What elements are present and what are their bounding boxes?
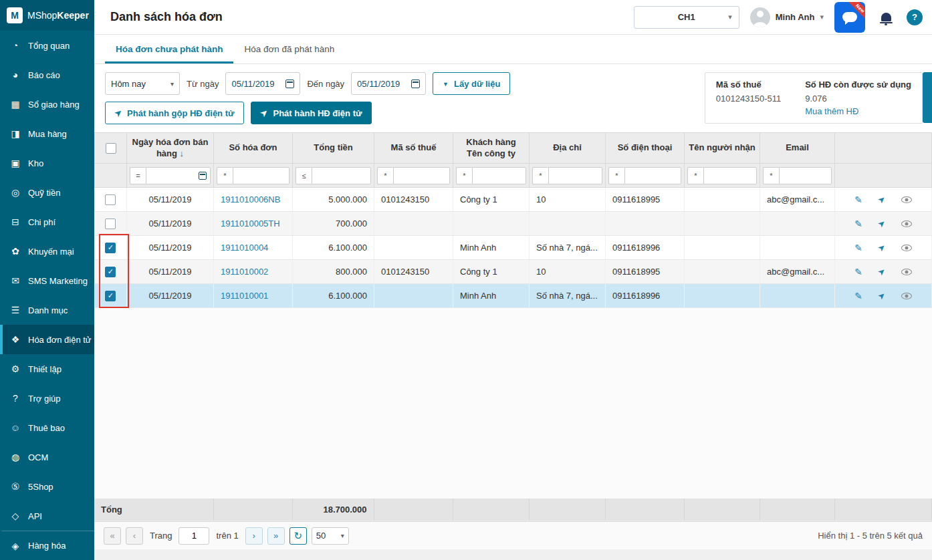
column-header-receiver[interactable]: Tên người nhận	[685, 133, 760, 164]
cell-email: abc@gmail.c...	[760, 188, 835, 212]
feedback-tab[interactable]	[923, 72, 932, 123]
notifications-button[interactable]	[876, 7, 896, 27]
einvoice-icon: ❖	[9, 334, 21, 345]
filter-input-invoice-no[interactable]	[237, 171, 285, 180]
column-header-address[interactable]: Địa chỉ	[530, 133, 606, 164]
totals-row: Tổng 18.700.000	[94, 499, 932, 522]
sidebar-item-tong-quan[interactable]: ◔Tổng quan	[0, 31, 94, 60]
sidebar-item-mua-hang[interactable]: ◨Mua hàng	[0, 119, 94, 148]
filter-operator-button[interactable]: *	[377, 167, 393, 184]
sidebar-item-bao-cao[interactable]: ◕Báo cáo	[0, 60, 94, 90]
sidebar-item-danh-muc[interactable]: ☰Danh mục	[0, 295, 94, 325]
sidebar-item-ocm[interactable]: ◍OCM	[0, 442, 94, 472]
filter-input-address[interactable]	[552, 171, 598, 180]
column-header-date[interactable]: Ngày hóa đơn bán hàng ↓	[127, 133, 214, 164]
invoice-table: Ngày hóa đơn bán hàng ↓ Số hóa đơn Tổng …	[94, 132, 932, 308]
filter-operator-button[interactable]: =	[130, 167, 146, 184]
column-header-email[interactable]: Email	[760, 133, 835, 164]
first-page-button[interactable]: «	[104, 527, 121, 545]
filter-operator-button[interactable]: *	[532, 167, 548, 184]
row-checkbox[interactable]	[105, 291, 116, 301]
invoice-number-link[interactable]: 1911010001	[221, 291, 268, 301]
send-icon[interactable]: ➤	[876, 265, 888, 277]
tab-bar: Hóa đơn chưa phát hành Hóa đơn đã phát h…	[94, 35, 932, 64]
send-icon[interactable]: ➤	[876, 217, 888, 229]
tab-published-invoices[interactable]: Hóa đơn đã phát hành	[233, 35, 345, 63]
edit-icon[interactable]: ✎	[854, 194, 862, 205]
invoice-number-link[interactable]: 1911010005TH	[221, 219, 280, 229]
page-number-input[interactable]	[179, 527, 209, 545]
sidebar-item-thiet-lap[interactable]: ⚙Thiết lập	[0, 354, 94, 384]
sidebar-item-thue-bao[interactable]: ☺Thuê bao	[0, 413, 94, 442]
filter-input-phone[interactable]	[628, 171, 677, 180]
sidebar-item-khuyen-mai[interactable]: ✿Khuyến mại	[0, 237, 94, 266]
send-icon[interactable]: ➤	[876, 241, 888, 253]
filter-input-email[interactable]	[783, 171, 828, 180]
filter-input-receiver[interactable]	[707, 171, 753, 180]
filter-input-date[interactable]	[150, 171, 197, 180]
filter-operator-button[interactable]: *	[608, 167, 624, 184]
filter-input-tax-code[interactable]	[397, 171, 446, 180]
edit-icon[interactable]: ✎	[854, 243, 862, 253]
view-icon[interactable]	[901, 269, 912, 275]
filter-operator-button[interactable]: *	[456, 167, 472, 184]
filter-input-total[interactable]	[316, 171, 367, 180]
view-icon[interactable]	[901, 245, 912, 251]
tab-unpublished-invoices[interactable]: Hóa đơn chưa phát hành	[105, 35, 233, 63]
column-header-invoice-no[interactable]: Số hóa đơn	[214, 133, 293, 164]
column-header-tax-code[interactable]: Mã số thuế	[374, 133, 453, 164]
brand-logo[interactable]: M MShopKeeper	[0, 0, 94, 31]
row-checkbox[interactable]	[105, 267, 116, 277]
column-header-phone[interactable]: Số điện thoại	[606, 133, 685, 164]
publish-button[interactable]: ➤ Phát hành HĐ điện tử	[251, 102, 372, 124]
filter-input-customer[interactable]	[476, 171, 522, 180]
date-preset-select[interactable]: Hôm nay ▾	[105, 72, 180, 95]
sidebar-item-hoa-don-dien-tu[interactable]: ❖Hóa đơn điện tử	[0, 325, 94, 354]
sidebar-item-so-giao-hang[interactable]: ▦Sổ giao hàng	[0, 90, 94, 119]
row-checkbox[interactable]	[105, 194, 116, 205]
invoice-number-link[interactable]: 1911010004	[221, 243, 268, 253]
sidebar-item-kho[interactable]: ▣Kho	[0, 148, 94, 178]
invoice-number-link[interactable]: 1911010002	[221, 267, 268, 277]
edit-icon[interactable]: ✎	[854, 291, 862, 301]
edit-icon[interactable]: ✎	[854, 219, 862, 229]
page-size-select[interactable]: 50 ▾	[312, 527, 349, 545]
edit-icon[interactable]: ✎	[854, 267, 862, 277]
last-page-button[interactable]: »	[267, 527, 285, 545]
support-chat-button[interactable]: New	[834, 2, 865, 33]
cell-tax-code: 0101243150	[374, 188, 453, 212]
filter-operator-button[interactable]: *	[217, 167, 233, 184]
sidebar-item-api[interactable]: ◇API	[0, 501, 94, 531]
select-all-checkbox[interactable]	[106, 143, 116, 154]
row-checkbox[interactable]	[105, 219, 116, 229]
bulk-publish-button[interactable]: ➤ Phát hành gộp HĐ điện tử	[105, 102, 244, 124]
buy-more-link[interactable]: Mua thêm HĐ	[805, 106, 911, 116]
send-icon[interactable]: ➤	[876, 289, 888, 301]
store-selector[interactable]: CH1 ▾	[634, 6, 739, 29]
view-icon[interactable]	[901, 293, 912, 299]
sidebar-item-sms-marketing[interactable]: ✉SMS Marketing	[0, 266, 94, 295]
invoice-number-link[interactable]: 1911010006NB	[221, 194, 280, 204]
help-button[interactable]: ?	[907, 9, 923, 25]
prev-page-button[interactable]: ‹	[126, 527, 143, 545]
from-date-input[interactable]: 05/11/2019	[225, 72, 300, 95]
sidebar-item-5shop[interactable]: ⑤5Shop	[0, 472, 94, 501]
view-icon[interactable]	[901, 196, 912, 203]
refresh-button[interactable]: ↻	[289, 527, 307, 545]
row-checkbox[interactable]	[105, 243, 116, 253]
filter-operator-button[interactable]: *	[687, 167, 703, 184]
sidebar-item-chi-phi[interactable]: ⊟Chi phí	[0, 207, 94, 237]
send-icon[interactable]: ➤	[876, 193, 888, 205]
column-header-customer[interactable]: Khách hàng Tên công ty	[453, 133, 530, 164]
sidebar-item-hang-hoa[interactable]: ◈Hàng hóa	[0, 531, 94, 560]
user-menu[interactable]: Minh Anh ▾	[750, 7, 824, 27]
fetch-data-button[interactable]: ▼ Lấy dữ liệu	[433, 72, 510, 95]
filter-operator-button[interactable]: *	[763, 167, 779, 184]
filter-operator-button[interactable]: ≤	[296, 167, 312, 184]
sidebar-item-tro-giup[interactable]: ?Trợ giúp	[0, 384, 94, 413]
sidebar-item-quy-tien[interactable]: ◎Quỹ tiền	[0, 178, 94, 207]
column-header-total[interactable]: Tổng tiền	[293, 133, 374, 164]
view-icon[interactable]	[901, 221, 912, 227]
to-date-input[interactable]: 05/11/2019	[351, 72, 426, 95]
next-page-button[interactable]: ›	[245, 527, 263, 545]
